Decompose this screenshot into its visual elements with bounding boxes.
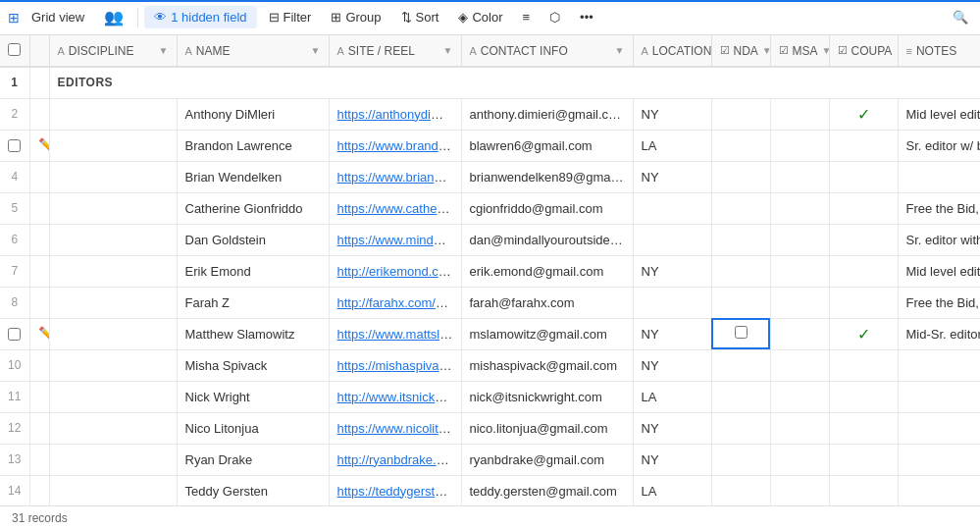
cell-contact[interactable]: blawren6@gmail.com bbox=[461, 130, 633, 161]
cell-discipline[interactable] bbox=[49, 444, 177, 475]
expand-cell[interactable] bbox=[29, 161, 49, 192]
cell-location[interactable]: NY bbox=[633, 255, 711, 287]
cell-coupa[interactable] bbox=[829, 192, 898, 224]
cell-msa[interactable] bbox=[770, 412, 829, 444]
cell-coupa[interactable] bbox=[829, 130, 898, 161]
expand-cell[interactable] bbox=[29, 412, 49, 444]
cell-nda[interactable] bbox=[711, 98, 770, 130]
cell-location[interactable]: LA bbox=[633, 475, 711, 505]
table-row[interactable]: 13Ryan Drakehttp://ryanbdrake.com/th...r… bbox=[0, 444, 980, 475]
col-name-header[interactable]: A NAME ▼ bbox=[177, 35, 329, 67]
cell-site[interactable]: https://www.brandonjarre... bbox=[329, 130, 461, 161]
row-checkbox[interactable] bbox=[8, 328, 21, 341]
cell-msa[interactable] bbox=[770, 318, 829, 349]
table-row[interactable]: ✏️Brandon Lawrencehttps://www.brandonjar… bbox=[0, 130, 980, 161]
cell-name[interactable]: Farah Z bbox=[177, 287, 329, 318]
site-link[interactable]: https://teddygersten.com/ bbox=[337, 484, 462, 499]
table-row[interactable]: 1EDITORS bbox=[0, 67, 980, 98]
cell-contact[interactable]: mishaspivack@gmail.com bbox=[461, 349, 633, 381]
cell-notes[interactable]: Mid level editor, basic bbox=[898, 255, 980, 287]
cell-notes[interactable] bbox=[898, 475, 980, 505]
expand-cell[interactable] bbox=[29, 287, 49, 318]
cell-location[interactable] bbox=[633, 224, 711, 255]
cell-contact[interactable]: dan@mindallyouroutsides... bbox=[461, 224, 633, 255]
col-discipline-header[interactable]: A DISCIPLINE ▼ bbox=[49, 35, 177, 67]
table-row[interactable]: 11Nick Wrighthttp://www.itsnickwright...… bbox=[0, 381, 980, 412]
cell-coupa[interactable]: ✓ bbox=[829, 318, 898, 349]
col-nda-header[interactable]: ☑ NDA ▼ bbox=[711, 35, 770, 67]
cell-msa[interactable] bbox=[770, 192, 829, 224]
color-button[interactable]: ◈ Color bbox=[450, 6, 510, 28]
cell-notes[interactable]: Free the Bid, Sr editor/d bbox=[898, 287, 980, 318]
cell-site[interactable]: http://erikemond.com/my... bbox=[329, 255, 461, 287]
site-link[interactable]: https://www.nicolitonjua.c... bbox=[337, 421, 462, 436]
cell-coupa[interactable] bbox=[829, 161, 898, 192]
expand-cell[interactable] bbox=[29, 192, 49, 224]
cell-msa[interactable] bbox=[770, 349, 829, 381]
table-row[interactable]: 14Teddy Gerstenhttps://teddygersten.com/… bbox=[0, 475, 980, 505]
filter-button[interactable]: ⊟ Filter bbox=[261, 6, 320, 28]
cell-msa[interactable] bbox=[770, 255, 829, 287]
cell-site[interactable]: http://ryanbdrake.com/th... bbox=[329, 444, 461, 475]
table-row[interactable]: ✏️Matthew Slamowitzhttps://www.mattslam.… bbox=[0, 318, 980, 349]
site-link[interactable]: https://www.mindallyouro... bbox=[337, 233, 462, 247]
cell-name[interactable]: Catherine Gionfriddo bbox=[177, 192, 329, 224]
cell-notes[interactable]: Mid level editor, comad bbox=[898, 98, 980, 130]
cell-contact[interactable]: erik.emond@gmail.com bbox=[461, 255, 633, 287]
cell-contact[interactable]: anthony.dimieri@gmail.com bbox=[461, 98, 633, 130]
col-contact-header[interactable]: A CONTACT INFO ▼ bbox=[461, 35, 633, 67]
cell-contact[interactable]: teddy.gersten@gmail.com bbox=[461, 475, 633, 505]
cell-msa[interactable] bbox=[770, 98, 829, 130]
cell-contact[interactable]: mslamowitz@gmail.com bbox=[461, 318, 633, 349]
site-link[interactable]: https://mishaspivack.com bbox=[337, 358, 462, 373]
cell-discipline[interactable] bbox=[49, 349, 177, 381]
cell-site[interactable]: https://www.nicolitonjua.c... bbox=[329, 412, 461, 444]
group-button[interactable]: ⊞ Group bbox=[323, 6, 388, 28]
cell-nda[interactable] bbox=[711, 349, 770, 381]
cell-site[interactable]: https://www.mattslam.com bbox=[329, 318, 461, 349]
site-link[interactable]: https://anthonydimieri.com/ bbox=[337, 107, 462, 122]
cell-coupa[interactable] bbox=[829, 475, 898, 505]
cell-notes[interactable]: Free the Bid, branded s bbox=[898, 192, 980, 224]
expand-cell[interactable] bbox=[29, 381, 49, 412]
cell-location[interactable]: NY bbox=[633, 349, 711, 381]
cell-name[interactable]: Dan Goldstein bbox=[177, 224, 329, 255]
cell-notes[interactable] bbox=[898, 381, 980, 412]
cell-msa[interactable] bbox=[770, 475, 829, 505]
cell-name[interactable]: Nick Wright bbox=[177, 381, 329, 412]
nda-checkbox[interactable] bbox=[735, 326, 748, 339]
col-msa-header[interactable]: ☑ MSA ▼ bbox=[770, 35, 829, 67]
expand-cell[interactable]: ✏️ bbox=[29, 130, 49, 161]
site-link[interactable]: http://farahx.com/portfolio/ bbox=[337, 295, 462, 310]
cell-contact[interactable]: farah@farahx.com bbox=[461, 287, 633, 318]
cell-discipline[interactable] bbox=[49, 255, 177, 287]
cell-nda[interactable] bbox=[711, 381, 770, 412]
pencil-icon[interactable]: ✏️ bbox=[38, 326, 50, 342]
expand-cell[interactable] bbox=[29, 255, 49, 287]
cell-name[interactable]: Brian Wendelken bbox=[177, 161, 329, 192]
cell-site[interactable]: http://farahx.com/portfolio/ bbox=[329, 287, 461, 318]
sort-button[interactable]: ⇅ Sort bbox=[393, 6, 447, 28]
cell-name[interactable]: Nico Litonjua bbox=[177, 412, 329, 444]
site-link[interactable]: http://ryanbdrake.com/th... bbox=[337, 452, 462, 467]
table-row[interactable]: 5Catherine Gionfriddohttps://www.catheri… bbox=[0, 192, 980, 224]
cell-discipline[interactable] bbox=[49, 224, 177, 255]
cell-name[interactable]: Teddy Gersten bbox=[177, 475, 329, 505]
cell-location[interactable]: NY bbox=[633, 161, 711, 192]
cell-site[interactable]: https://mishaspivack.com bbox=[329, 349, 461, 381]
expand-cell[interactable] bbox=[29, 98, 49, 130]
cell-location[interactable] bbox=[633, 192, 711, 224]
row-checkbox[interactable] bbox=[8, 139, 21, 152]
expand-cell[interactable] bbox=[29, 444, 49, 475]
cell-contact[interactable]: cgionfriddo@gmail.com bbox=[461, 192, 633, 224]
col-notes-header[interactable]: ≡ NOTES ▼ bbox=[898, 35, 980, 67]
cell-location[interactable]: LA bbox=[633, 381, 711, 412]
col-site-header[interactable]: A SITE / REEL ▼ bbox=[329, 35, 461, 67]
cell-discipline[interactable] bbox=[49, 475, 177, 505]
cell-location[interactable]: NY bbox=[633, 444, 711, 475]
table-row[interactable]: 6Dan Goldsteinhttps://www.mindallyouro..… bbox=[0, 224, 980, 255]
cell-location[interactable]: NY bbox=[633, 318, 711, 349]
cell-notes[interactable] bbox=[898, 161, 980, 192]
share-button[interactable]: ⬡ bbox=[542, 6, 568, 28]
site-link[interactable]: https://www.catherinegio... bbox=[337, 201, 462, 216]
